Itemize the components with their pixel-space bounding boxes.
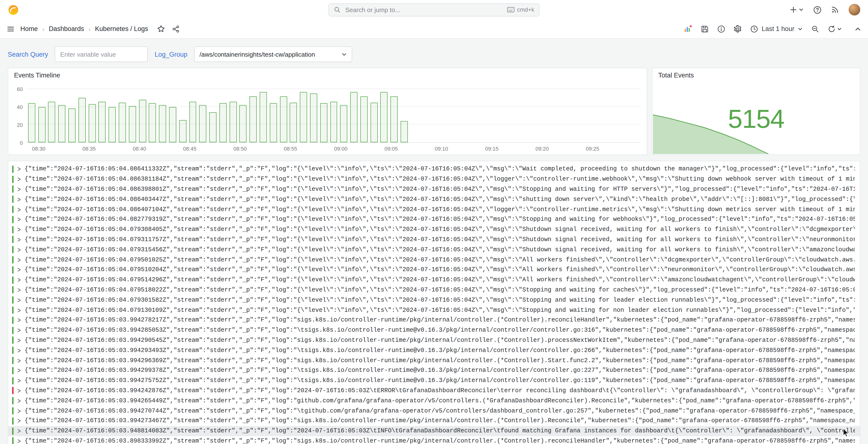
log-row[interactable]: >{"time":"2024-07-16T16:05:04.086407104Z… (8, 204, 860, 215)
variable-label-log-group: Log_Group (155, 51, 187, 58)
log-row[interactable]: >{"time":"2024-07-16T16:05:04.086411332Z… (8, 164, 860, 174)
refresh-dashboard-button[interactable] (828, 25, 842, 33)
log-text: {"time":"2024-07-16T16:05:03.994242876Z"… (25, 387, 855, 394)
log-expand-chevron[interactable]: > (18, 307, 21, 314)
log-expand-chevron[interactable]: > (18, 286, 21, 294)
add-visualization-button[interactable] (684, 25, 692, 33)
log-expand-chevron[interactable]: > (18, 236, 21, 243)
breadcrumb-home[interactable]: Home (20, 25, 38, 32)
log-expand-chevron[interactable]: > (18, 246, 21, 253)
user-avatar[interactable] (848, 4, 860, 15)
timeline-bar (380, 92, 388, 142)
log-row[interactable]: >{"time":"2024-07-16T16:05:04.082779319Z… (8, 215, 860, 225)
log-level-marker (12, 317, 13, 324)
log-expand-chevron[interactable]: > (18, 186, 21, 193)
save-dashboard-button[interactable] (701, 25, 709, 33)
log-expand-chevron[interactable]: > (18, 407, 21, 414)
log-level-marker (12, 307, 13, 314)
log-expand-chevron[interactable]: > (18, 206, 21, 213)
log-expand-chevron[interactable]: > (18, 427, 21, 435)
log-row[interactable]: >{"time":"2024-07-16T16:05:03.994270744Z… (8, 406, 860, 416)
log-group-variable-select[interactable]: /aws/containerinsights/test-cw/applicati… (194, 46, 352, 62)
breadcrumb-dashboards[interactable]: Dashboards (49, 25, 84, 32)
log-text: {"time":"2024-07-16T16:05:03.994290545Z"… (25, 337, 855, 344)
log-expand-chevron[interactable]: > (18, 256, 21, 263)
chevron-down-icon (837, 26, 842, 31)
log-row[interactable]: >{"time":"2024-07-16T16:05:03.948814083Z… (8, 426, 860, 436)
chevron-down-icon (799, 7, 804, 12)
log-row[interactable]: >{"time":"2024-07-16T16:05:03.994285053Z… (8, 325, 860, 336)
magnifier-minus-icon (811, 25, 819, 33)
log-text: {"time":"2024-07-16T16:05:04.086381184Z"… (25, 176, 855, 183)
log-expand-chevron[interactable]: > (18, 438, 21, 444)
log-row[interactable]: >{"time":"2024-07-16T16:05:04.086381184Z… (8, 174, 860, 185)
search-bar[interactable]: cmd+k (329, 3, 539, 16)
news-button[interactable] (831, 6, 839, 13)
log-row[interactable]: >{"time":"2024-07-16T16:05:03.994299378Z… (8, 366, 860, 376)
log-expand-chevron[interactable]: > (18, 337, 21, 344)
search-input[interactable] (344, 6, 503, 14)
log-row[interactable]: >{"time":"2024-07-16T16:05:03.994273467Z… (8, 416, 860, 426)
log-row[interactable]: >{"time":"2024-07-16T16:05:04.079311757Z… (8, 234, 860, 245)
timeline-plot[interactable] (27, 85, 641, 143)
log-expand-chevron[interactable]: > (18, 176, 21, 183)
log-expand-chevron[interactable]: > (18, 276, 21, 284)
log-row[interactable]: >{"time":"2024-07-16T16:05:03.994278217Z… (8, 315, 860, 325)
log-row[interactable]: >{"time":"2024-07-16T16:05:04.086403447Z… (8, 194, 860, 204)
favorite-dashboard-button[interactable] (157, 25, 165, 33)
log-row[interactable]: >{"time":"2024-07-16T16:05:04.086398801Z… (8, 184, 860, 194)
search-query-variable-input[interactable] (55, 46, 148, 62)
log-expand-chevron[interactable]: > (18, 357, 21, 364)
log-row[interactable]: >{"time":"2024-07-16T16:05:04.079510204Z… (8, 265, 860, 275)
log-row[interactable]: >{"time":"2024-07-16T16:05:04.079518022Z… (8, 285, 860, 295)
log-row[interactable]: >{"time":"2024-07-16T16:05:04.079308405Z… (8, 225, 860, 235)
log-expand-chevron[interactable]: > (18, 377, 21, 384)
log-expand-chevron[interactable]: > (18, 226, 21, 233)
log-expand-chevron[interactable]: > (18, 266, 21, 274)
log-expand-chevron[interactable]: > (18, 216, 21, 223)
log-expand-chevron[interactable]: > (18, 367, 21, 374)
log-row[interactable]: >{"time":"2024-07-16T16:05:04.079315456Z… (8, 245, 860, 255)
total-events-panel[interactable]: Total Events 5154 (652, 68, 860, 155)
events-timeline-panel[interactable]: Events Timeline 0204060 08:3008:3508:400… (8, 68, 647, 155)
log-text: {"time":"2024-07-16T16:05:04.079514296Z"… (25, 277, 855, 283)
collapse-toolbar-button[interactable] (855, 25, 861, 32)
keyboard-icon (507, 7, 515, 12)
zoom-out-time-button[interactable] (811, 25, 819, 33)
search-icon (334, 6, 341, 13)
log-row[interactable]: >{"time":"2024-07-16T16:05:04.079514296Z… (8, 275, 860, 285)
log-expand-chevron[interactable]: > (18, 317, 21, 324)
x-tick-label: 09:00 (334, 146, 347, 152)
log-row[interactable]: >{"time":"2024-07-16T16:05:03.994293493Z… (8, 346, 860, 356)
log-row[interactable]: >{"time":"2024-07-16T16:05:04.079130109Z… (8, 305, 860, 315)
log-row[interactable]: >{"time":"2024-07-16T16:05:03.994265449Z… (8, 396, 860, 406)
dashboard-settings-button[interactable] (734, 25, 742, 33)
grafana-logo-icon[interactable] (8, 4, 19, 15)
log-expand-chevron[interactable]: > (18, 326, 21, 334)
new-menu-button[interactable] (789, 6, 804, 13)
timeline-bar (270, 103, 277, 142)
log-row[interactable]: >{"time":"2024-07-16T16:05:03.994290545Z… (8, 335, 860, 346)
log-expand-chevron[interactable]: > (18, 387, 21, 394)
log-row[interactable]: >{"time":"2024-07-16T16:05:03.994242876Z… (8, 386, 860, 396)
timeline-bar (350, 92, 358, 142)
logs-panel[interactable]: >{"time":"2024-07-16T16:05:04.086411332Z… (8, 161, 860, 444)
help-button[interactable] (813, 6, 822, 14)
dashboard-insights-button[interactable] (718, 25, 725, 33)
log-row[interactable]: >{"time":"2024-07-16T16:05:04.079301582Z… (8, 295, 860, 305)
share-dashboard-button[interactable] (172, 25, 180, 33)
mega-menu-button[interactable] (7, 25, 14, 33)
log-row[interactable]: >{"time":"2024-07-16T16:05:04.079501025Z… (8, 255, 860, 265)
log-expand-chevron[interactable]: > (18, 417, 21, 425)
time-range-picker[interactable]: Last 1 hour (750, 25, 803, 33)
log-expand-chevron[interactable]: > (18, 296, 21, 304)
log-text: {"time":"2024-07-16T16:05:03.994293493Z"… (25, 347, 855, 354)
log-row[interactable]: >{"time":"2024-07-16T16:05:03.898333992Z… (8, 436, 860, 444)
log-row[interactable]: >{"time":"2024-07-16T16:05:03.994275752Z… (8, 376, 860, 386)
log-row[interactable]: >{"time":"2024-07-16T16:05:03.994296369Z… (8, 355, 860, 366)
log-expand-chevron[interactable]: > (18, 196, 21, 203)
log-expand-chevron[interactable]: > (18, 347, 21, 354)
log-expand-chevron[interactable]: > (18, 397, 21, 404)
log-expand-chevron[interactable]: > (18, 166, 21, 173)
log-level-marker (12, 286, 13, 294)
